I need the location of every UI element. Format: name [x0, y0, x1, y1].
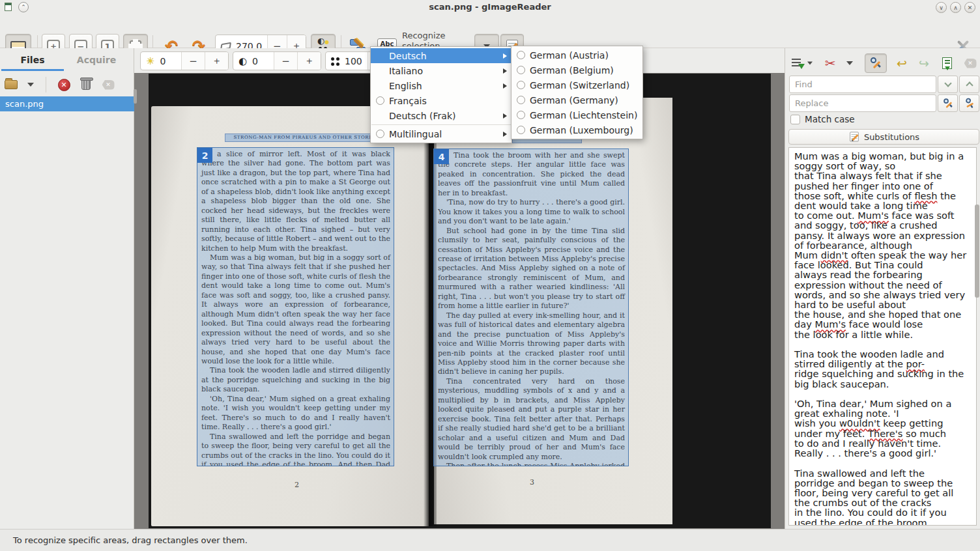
left-pane-resize-handle[interactable]	[134, 89, 137, 104]
german-submenu: German (Austria) German (Belgium) German…	[511, 46, 643, 139]
output-panel: ✂ ↩ ↪ ✕ Match case Substitutions Mum was…	[785, 48, 980, 529]
contrast-spinbox[interactable]: ◐0 − ＋	[233, 51, 321, 70]
status-bar: To recognize specific areas, drag rectan…	[0, 529, 980, 551]
find-input[interactable]	[789, 76, 936, 93]
redo-button[interactable]: ↪	[914, 53, 934, 73]
strip-crlf-dropdown-button[interactable]	[841, 53, 858, 73]
window-title: scan.png - gImageReader	[0, 0, 980, 14]
add-images-button[interactable]	[0, 80, 22, 89]
replace-all-button[interactable]	[959, 94, 979, 112]
strip-icon: ✂	[824, 57, 835, 70]
app-icon	[5, 3, 12, 11]
menu-item-francais[interactable]: Français	[371, 93, 512, 108]
main-toolbar: ＋ − 1 ↶ ↷ 270.0 − ＋ ◐● Abc Recognize sel…	[0, 14, 980, 48]
brightness-icon: ☀	[146, 55, 154, 67]
minimize-button[interactable]: ∨	[936, 2, 947, 13]
active-tab-indicator	[1, 69, 64, 71]
menu-item-deutsch-frak[interactable]: Deutsch (Frak)	[371, 108, 512, 123]
chevron-up-icon	[966, 81, 973, 89]
replace-input[interactable]	[789, 94, 936, 112]
close-button[interactable]: ✕	[964, 2, 975, 13]
submenu-arrow-icon	[503, 53, 507, 59]
menu-item-german-austria[interactable]: German (Austria)	[512, 48, 642, 63]
tab-acquire[interactable]: Acquire	[65, 51, 128, 69]
radio-icon	[517, 66, 525, 74]
ocr-region-4[interactable]: 4 Tina took the broom with her and she s…	[433, 148, 629, 466]
files-toolbar: ✕ ✕	[0, 73, 134, 96]
status-message: To recognize specific areas, drag rectan…	[13, 535, 248, 545]
menu-item-german-liechtenstein[interactable]: German (Liechtenstein)	[512, 107, 642, 122]
radio-icon	[376, 96, 384, 105]
contrast-decrease-button[interactable]: −	[274, 52, 297, 70]
clear-list-button[interactable]: ✕	[97, 80, 119, 90]
menu-item-multilingual[interactable]: Multilingual	[371, 126, 512, 141]
open-folder-icon	[5, 80, 18, 89]
brightness-increase-button[interactable]: ＋	[205, 52, 228, 70]
substitutions-button[interactable]: Substitutions	[788, 129, 979, 145]
add-images-dropdown-button[interactable]	[22, 83, 39, 87]
insert-mode-button[interactable]	[790, 53, 814, 73]
insert-mode-icon	[792, 57, 805, 69]
submenu-arrow-icon	[503, 113, 507, 119]
substitutions-icon	[850, 132, 859, 142]
menu-item-german-luxembourg[interactable]: German (Luxembourg)	[512, 122, 642, 137]
find-replace-icon	[869, 57, 882, 70]
left-page-text: a slice of mirror left. Most of it was b…	[197, 148, 394, 466]
resolution-value[interactable]: 100	[345, 56, 362, 66]
match-case-checkbox[interactable]	[790, 115, 800, 124]
submenu-arrow-icon	[503, 68, 507, 74]
menu-item-english[interactable]: English	[371, 78, 512, 93]
match-case-label: Match case	[805, 114, 855, 124]
language-menu: Deutsch Italiano English Français Deutsc…	[370, 46, 512, 143]
menu-item-german-belgium[interactable]: German (Belgium)	[512, 63, 642, 78]
clear-icon: ✕	[102, 80, 115, 90]
find-replace-toggle-button[interactable]	[865, 53, 887, 73]
redo-icon: ↪	[919, 57, 929, 69]
titlebar: ⌃ scan.png - gImageReader ∨ ∧ ✕	[0, 0, 980, 14]
radio-icon	[517, 51, 525, 59]
radio-icon	[517, 81, 525, 89]
replace-all-icon	[962, 96, 976, 110]
brightness-value[interactable]: 0	[160, 56, 166, 66]
right-page-text: Tina took the broom with her and she swe…	[434, 149, 628, 466]
find-next-button[interactable]	[938, 76, 958, 93]
files-panel: Files Acquire ✕ ✕ scan.png	[0, 48, 134, 529]
brightness-decrease-button[interactable]: −	[181, 52, 205, 70]
undo-button[interactable]: ↩	[892, 53, 912, 73]
strip-crlf-button[interactable]: ✂	[822, 53, 839, 73]
region-badge: 2	[197, 148, 212, 163]
ocr-output-text[interactable]: Mum was a big woman, but big in a soggy …	[788, 147, 977, 526]
menu-item-deutsch[interactable]: Deutsch	[371, 48, 512, 63]
contrast-increase-button[interactable]: ＋	[297, 52, 321, 70]
menu-item-german-germany[interactable]: German (Germany)	[512, 92, 642, 107]
replace-button[interactable]	[938, 94, 958, 112]
chevron-down-icon	[27, 83, 34, 87]
menu-item-german-switzerland[interactable]: German (Switzerland)	[512, 78, 642, 92]
substitutions-label: Substitutions	[864, 132, 919, 142]
remove-image-button[interactable]: ✕	[53, 79, 75, 91]
output-scrollbar-thumb[interactable]	[975, 205, 979, 298]
radio-icon	[376, 130, 384, 138]
trash-icon	[81, 79, 91, 90]
clear-output-button[interactable]: ✕	[961, 53, 979, 73]
radio-icon	[517, 126, 525, 134]
left-page-header-region[interactable]: STRONG-MAN FROM PIRAEUS AND OTHER STORIE…	[225, 134, 387, 142]
delete-image-button[interactable]	[75, 79, 97, 90]
undo-icon: ↩	[897, 57, 907, 69]
find-previous-button[interactable]	[959, 76, 979, 93]
save-output-button[interactable]	[936, 53, 957, 73]
chevron-down-icon	[944, 79, 951, 87]
resolution-icon	[331, 57, 339, 66]
menu-item-italiano[interactable]: Italiano	[371, 63, 512, 78]
maximize-button[interactable]: ∧	[950, 2, 961, 13]
ocr-region-2[interactable]: 2 a slice of mirror left. Most of it was…	[197, 147, 394, 466]
submenu-arrow-icon	[503, 132, 507, 137]
tab-files[interactable]: Files	[1, 51, 64, 69]
menu-separator	[371, 124, 511, 125]
brightness-spinbox[interactable]: ☀0 − ＋	[140, 51, 229, 70]
file-list-item-selected[interactable]: scan.png	[0, 96, 134, 111]
contrast-value[interactable]: 0	[252, 56, 258, 66]
window-menu-button[interactable]: ⌃	[18, 2, 29, 12]
right-page-number: 3	[530, 478, 534, 487]
left-page-number: 2	[295, 481, 299, 489]
